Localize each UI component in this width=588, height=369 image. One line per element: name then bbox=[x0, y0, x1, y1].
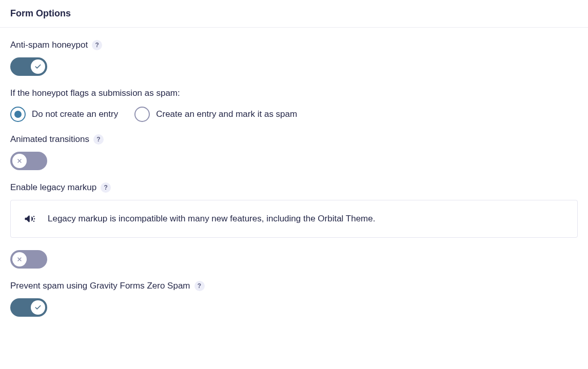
animated-label-row: Animated transitions ? bbox=[10, 134, 578, 145]
svg-point-3 bbox=[34, 218, 35, 219]
honeypot-radio-group: Do not create an entry Create an entry a… bbox=[10, 107, 578, 122]
toggle-knob bbox=[12, 252, 27, 266]
legacy-notice-text: Legacy markup is incompatible with many … bbox=[48, 214, 375, 224]
legacy-label: Enable legacy markup bbox=[10, 182, 96, 193]
legacy-field: Enable legacy markup ? Legacy markup is … bbox=[10, 182, 578, 269]
toggle-knob bbox=[12, 154, 27, 168]
radio-label-2: Create an entry and mark it as spam bbox=[156, 109, 297, 119]
content-area: Anti-spam honeypot ? If the honeypot fla… bbox=[0, 28, 588, 341]
help-icon[interactable]: ? bbox=[93, 134, 104, 145]
honeypot-toggle[interactable] bbox=[10, 57, 47, 76]
radio-circle-unselected bbox=[134, 107, 150, 122]
honeypot-label: Anti-spam honeypot bbox=[10, 40, 88, 50]
section-header: Form Options bbox=[0, 0, 588, 28]
animated-label: Animated transitions bbox=[10, 134, 89, 145]
toggle-knob bbox=[31, 59, 45, 74]
honeypot-sub-label: If the honeypot flags a submission as sp… bbox=[10, 88, 578, 98]
help-icon[interactable]: ? bbox=[194, 281, 205, 291]
help-icon[interactable]: ? bbox=[101, 182, 111, 193]
check-icon bbox=[34, 63, 42, 70]
help-icon[interactable]: ? bbox=[92, 40, 102, 50]
page-title: Form Options bbox=[10, 8, 578, 19]
megaphone-icon bbox=[23, 212, 37, 226]
zerospam-label: Prevent spam using Gravity Forms Zero Sp… bbox=[10, 281, 190, 291]
svg-point-2 bbox=[33, 216, 34, 217]
x-icon bbox=[16, 256, 23, 262]
legacy-notice: Legacy markup is incompatible with many … bbox=[10, 200, 578, 238]
zerospam-toggle[interactable] bbox=[10, 298, 47, 317]
zerospam-label-row: Prevent spam using Gravity Forms Zero Sp… bbox=[10, 281, 578, 291]
svg-point-4 bbox=[33, 221, 34, 222]
legacy-toggle[interactable] bbox=[10, 250, 47, 269]
animated-field: Animated transitions ? bbox=[10, 134, 578, 170]
animated-toggle[interactable] bbox=[10, 152, 47, 170]
radio-dot bbox=[14, 111, 22, 118]
honeypot-label-row: Anti-spam honeypot ? bbox=[10, 40, 578, 50]
radio-label-1: Do not create an entry bbox=[32, 109, 118, 119]
x-icon bbox=[16, 158, 23, 164]
zerospam-field: Prevent spam using Gravity Forms Zero Sp… bbox=[10, 281, 578, 317]
honeypot-field: Anti-spam honeypot ? If the honeypot fla… bbox=[10, 40, 578, 122]
toggle-knob bbox=[31, 300, 45, 315]
check-icon bbox=[34, 304, 42, 311]
radio-create-mark-spam[interactable]: Create an entry and mark it as spam bbox=[134, 107, 297, 122]
legacy-label-row: Enable legacy markup ? bbox=[10, 182, 578, 193]
radio-circle-selected bbox=[10, 107, 26, 122]
radio-do-not-create[interactable]: Do not create an entry bbox=[10, 107, 118, 122]
